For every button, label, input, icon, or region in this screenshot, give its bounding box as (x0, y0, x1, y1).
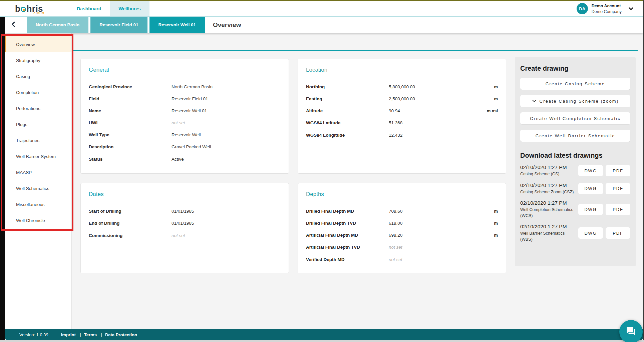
download-dwg-button[interactable]: DWG (578, 165, 603, 176)
logo-prefix: b (15, 4, 20, 14)
footer-link-item: Imprint | (61, 332, 84, 337)
sidebar-item-label: Well Chronicle (16, 218, 45, 223)
sidebar-item[interactable]: Perforations (5, 100, 71, 116)
chat-icon (626, 326, 636, 337)
download-pdf-button[interactable]: PDF (606, 204, 630, 215)
row-label: Drilled Final Depth TVD (306, 221, 389, 226)
table-row: WGS84 Latitude 51.368 (298, 117, 506, 129)
download-timestamp: 02/10/2020 1:27 PM (520, 182, 576, 188)
location-card-title: Location (306, 67, 327, 73)
footer-link[interactable]: Terms (84, 332, 97, 337)
downloads-list: 02/10/2020 1:27 PM Casing Scheme (CS) DW… (520, 164, 630, 242)
footer-link[interactable]: Data Protection (105, 332, 137, 337)
gear-icon (21, 7, 26, 12)
table-row: Artificial Final Depth TVD not set (298, 241, 506, 253)
download-info: 02/10/2020 1:27 PM Casing Scheme (CS) (520, 164, 576, 177)
primary-nav-item[interactable]: Wellbores (110, 1, 149, 16)
sidebar-item[interactable]: Plugs (5, 116, 71, 132)
depths-rows: Drilled Final Depth MD 708.60 m Drilled … (298, 205, 506, 265)
sidebar-item[interactable]: Casing (5, 68, 71, 84)
table-row: WGS84 Longitude 12.432 (298, 129, 506, 141)
table-row: Field Reservoir Field 01 (81, 93, 289, 105)
download-pdf-button[interactable]: PDF (606, 227, 630, 239)
sidebar-item-label: Perforations (16, 106, 40, 111)
create-drawing-button[interactable]: Create Well Completion Schematic (520, 112, 630, 124)
download-pdf-button[interactable]: PDF (606, 165, 630, 176)
downloads-heading: Download latest drawings (520, 152, 630, 159)
primary-nav-label: Wellbores (118, 6, 141, 11)
chevron-down-icon (532, 99, 537, 103)
row-value: 698.20 (389, 233, 478, 238)
chat-button[interactable] (619, 320, 643, 342)
row-value: Reservoir Well 01 (172, 108, 261, 113)
table-row: Northing 5,800,000.00 m (298, 81, 506, 93)
primary-nav-item[interactable]: Dashboard (68, 1, 110, 16)
table-row: Artificial Final Depth MD 698.20 m (298, 229, 506, 241)
depths-card: Depths Drilled Final Depth MD 708.60 m D… (298, 183, 506, 273)
row-unit: m (478, 96, 498, 101)
general-card: General Geological Province North German… (80, 59, 289, 174)
row-label: Altitude (306, 108, 389, 113)
avatar: DA (577, 3, 588, 14)
sidebar-item[interactable]: Well Chronicle (5, 212, 71, 228)
row-label: Artificial Final Depth TVD (306, 245, 389, 250)
breadcrumb-tab[interactable]: North German Basin (27, 17, 88, 33)
account-company: Demo Company (592, 9, 622, 14)
primary-nav: Dashboard Wellbores (68, 1, 149, 16)
window-bottom-edge (0, 340, 644, 342)
page-title: Overview (213, 21, 241, 29)
footer-link[interactable]: Imprint (61, 332, 76, 337)
download-pdf-button[interactable]: PDF (606, 183, 630, 194)
back-button[interactable] (5, 17, 22, 33)
table-row: Geological Province North German Basin (81, 81, 289, 93)
row-label: Start of Drilling (89, 209, 172, 214)
row-value: 5,800,000.00 (389, 84, 478, 89)
row-value: 01/01/1985 (172, 221, 261, 226)
download-dwg-button[interactable]: DWG (578, 227, 603, 239)
download-name: Casing Scheme Zoom (CSZ) (520, 189, 576, 195)
row-unit: m (478, 209, 498, 214)
create-drawing-button[interactable]: Create Well Barrier Schematic (520, 130, 630, 142)
app-logo: bhris .cloud (15, 4, 43, 13)
breadcrumb-tab-label: Reservoir Field 01 (99, 22, 138, 27)
breadcrumb-tab[interactable]: Reservoir Field 01 (90, 17, 147, 33)
breadcrumb-tabs: North German Basin Reservoir Field 01 Re… (27, 17, 205, 33)
account-menu[interactable]: DA Demo Account Demo Company (577, 1, 634, 16)
download-timestamp: 02/10/2020 1:27 PM (520, 200, 576, 206)
row-value: Active (172, 157, 261, 162)
sidebar-item[interactable]: Miscellaneous (5, 196, 71, 212)
sidebar-item[interactable]: Overview (5, 36, 71, 52)
location-rows: Northing 5,800,000.00 m Easting 2,500,00… (298, 81, 506, 141)
breadcrumb-tab[interactable]: Reservoir Well 01 (149, 17, 205, 33)
version-text: Version: 1.0.39 (19, 332, 48, 337)
create-drawing-button[interactable]: Create Casing Scheme (zoom) (520, 95, 630, 107)
account-text: Demo Account Demo Company (592, 3, 622, 14)
sidebar-item[interactable]: Stratigraphy (5, 52, 71, 68)
download-row: 02/10/2020 1:27 PM Casing Scheme (CS) DW… (520, 164, 630, 177)
row-label: Verified Depth MD (306, 257, 389, 262)
sidebar-item[interactable]: Well Schematics (5, 180, 71, 196)
row-label: Easting (306, 96, 389, 101)
row-value: not set (172, 233, 261, 238)
row-value: 12.432 (389, 133, 478, 138)
row-value: 708.60 (389, 209, 478, 214)
download-timestamp: 02/10/2020 1:27 PM (520, 224, 576, 230)
sidebar-item[interactable]: Well Barrier System (5, 148, 71, 164)
sidebar-item-label: Plugs (16, 122, 27, 127)
sidebar-item[interactable]: MAASP (5, 164, 71, 180)
table-row: Verified Depth MD not set (298, 253, 506, 265)
sidebar: Overview Stratigraphy Casing Completion … (5, 33, 72, 329)
download-dwg-button[interactable]: DWG (578, 204, 603, 215)
sidebar-item-label: Trajectories (16, 138, 39, 143)
download-dwg-button[interactable]: DWG (578, 183, 603, 194)
row-unit: m asl (478, 108, 498, 113)
sidebar-item-label: Well Barrier System (16, 154, 56, 159)
logo-suffix: .cloud (32, 9, 44, 17)
table-row: Description Gravel Packed Well (81, 141, 289, 153)
row-value: Reservoir Field 01 (172, 96, 261, 101)
create-drawing-heading: Create drawing (520, 65, 630, 72)
sidebar-item[interactable]: Trajectories (5, 132, 71, 148)
create-drawing-button[interactable]: Create Casing Scheme (520, 78, 630, 90)
row-value: 01/01/1985 (172, 209, 261, 214)
sidebar-item[interactable]: Completion (5, 84, 71, 100)
